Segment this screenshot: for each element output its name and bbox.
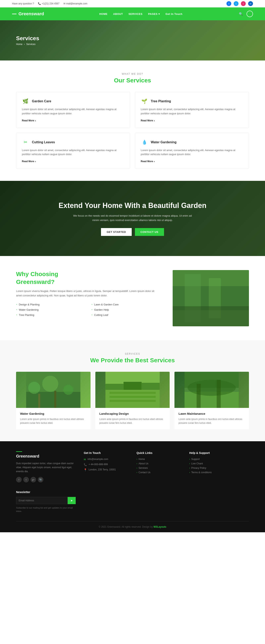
hero-content: Services Home › Services [16, 35, 265, 46]
footer-top: Greensward Duis imperdiet sapien tortor,… [16, 451, 249, 522]
footer-address: London, 235 Terry, 10001 [88, 468, 116, 471]
best-services-subtitle: SERVICES [16, 352, 249, 355]
landscaping-image [95, 372, 170, 408]
why-feature-3: Garden Help [91, 308, 161, 312]
service-card-garden-care: 🌿 Garden Care Lorem ipsum dolor sit amet… [16, 92, 130, 128]
search-icon[interactable]: 🔍 [238, 11, 244, 17]
footer-facebook-icon[interactable]: f [16, 477, 22, 482]
contact-us-button[interactable]: CONTACT US [135, 228, 164, 236]
why-title: Why Choosing Greensward? [16, 270, 161, 286]
footer-help-list: Support Live Chant Privacy Policy Terms … [189, 458, 249, 474]
hero-title: Services [16, 35, 265, 42]
tree-planting-readmore[interactable]: Read More [141, 119, 155, 122]
services-section: WHAT WE DO? Our Services 🌿 Garden Care L… [0, 60, 265, 181]
breadcrumb-current: Services [26, 43, 35, 46]
cta-buttons: GET STARTED CONTACT US [16, 228, 249, 236]
footer-bottom-link[interactable]: W3Layouts [153, 526, 166, 528]
nav-about[interactable]: ABOUT [113, 12, 123, 16]
breadcrumb: Home › Services [16, 43, 265, 46]
footer-link-contact: Contact Us [137, 471, 181, 474]
facebook-icon[interactable]: f [227, 1, 231, 6]
svg-rect-6 [26, 392, 80, 408]
svg-rect-14 [105, 384, 123, 390]
best-services-title: We Provide the Best Services [16, 357, 249, 364]
nav-contact[interactable]: Get In Touch [165, 12, 182, 16]
lawn-body: Lawn Maintanance Lorem ante ipsum primis… [174, 408, 249, 429]
twitter-icon[interactable]: t [234, 1, 239, 6]
cutting-leaves-desc: Lorem ipsum dolor sit amet, consectetur … [22, 148, 124, 157]
footer-link-home: Home [137, 458, 181, 460]
why-feature-5: Cutting Leaf [91, 313, 161, 317]
footer-phone-item: 📞 + 44-000-888-999 [84, 463, 128, 466]
why-feature-0: Design & Planting [16, 302, 85, 306]
newsletter-submit-button[interactable]: ➤ [68, 497, 76, 504]
lawn-image [174, 372, 249, 408]
landscaping-card-desc: Lorem ante ipsum primis in faucibus orci… [99, 417, 166, 425]
footer-contact-col: Get In Touch ✉ info@example.com 📞 + 44-0… [84, 451, 128, 482]
svg-point-7 [28, 382, 40, 394]
footer-link-contact-anchor[interactable]: Contact Us [137, 471, 181, 474]
get-started-button[interactable]: GET STARTED [101, 228, 131, 236]
footer-help-terms-anchor[interactable]: Terms & conditions [189, 471, 249, 474]
footer-brand-bar [16, 451, 22, 452]
nav-pages[interactable]: PAGES ▾ [148, 12, 160, 16]
water-gardening-readmore[interactable]: Read More [141, 160, 155, 163]
footer-link-services: Services [137, 466, 181, 470]
footer-twitter-icon[interactable]: t [23, 477, 29, 482]
brand-logo[interactable]: Greensward [12, 11, 44, 16]
water-gardening-card-title: Water Gardening [20, 412, 86, 415]
footer-help-title: Help & Support [189, 451, 249, 454]
svg-rect-4 [173, 306, 249, 326]
services-title: Our Services [16, 77, 249, 84]
footer-link-home-anchor[interactable]: Home [137, 458, 181, 460]
landscaping-body: Landscaping Design Lorem ante ipsum prim… [95, 408, 170, 429]
email-text: ✉ mail@example.com [63, 2, 87, 5]
footer-phone: + 44-000-888-999 [88, 463, 108, 466]
footer-help-livechat-anchor[interactable]: Live Chant [189, 462, 249, 465]
footer-quicklinks-col: Quick Links Home About Us Services Conta… [137, 451, 181, 482]
footer-link-about-anchor[interactable]: About Us [137, 462, 181, 465]
cutting-leaves-readmore[interactable]: Read More [22, 160, 36, 163]
nav-services[interactable]: SERVICES [128, 12, 143, 16]
svg-point-8 [42, 376, 58, 392]
top-bar: Have any question ? 📞 +1(21) 234 4567 ✉ … [0, 0, 265, 8]
footer-email: info@example.com [87, 458, 108, 460]
question-text: Have any question ? [12, 2, 34, 5]
footer-newsletter-col: Newsletter ➤ Subscribe to our mailing li… [16, 490, 76, 513]
service-card-water-gardening: 💧 Water Gardening Lorem ipsum dolor sit … [135, 133, 249, 169]
garden-care-title: Garden Care [32, 100, 51, 103]
footer-link-about: About Us [137, 462, 181, 465]
footer-instagram-icon[interactable]: 📷 [38, 477, 43, 482]
service-card-cutting-leaves: ✂ Cutting Leaves Lorem ipsum dolor sit a… [16, 133, 130, 169]
instagram-icon[interactable]: i [241, 1, 246, 6]
garden-care-readmore[interactable]: Read More [22, 119, 36, 122]
service-item-lawn: Lawn Maintanance Lorem ante ipsum primis… [174, 372, 249, 429]
service-item-landscaping: Landscaping Design Lorem ante ipsum prim… [95, 372, 170, 429]
footer-contact-title: Get In Touch [84, 451, 128, 454]
cutting-leaves-icon: ✂ [22, 139, 29, 146]
footer-help-privacy-anchor[interactable]: Privacy Policy [189, 466, 249, 470]
linkedin-icon[interactable]: in [248, 1, 253, 6]
why-section: Why Choosing Greensward? Lorem ipsum viv… [0, 256, 265, 340]
service-item-water: Water Gardening Lorem ante ipsum primis … [16, 372, 91, 429]
services-grid: 🌿 Garden Care Lorem ipsum dolor sit amet… [16, 92, 249, 169]
breadcrumb-home[interactable]: Home [16, 43, 22, 46]
footer-help-col: Help & Support Support Live Chant Privac… [189, 451, 249, 482]
footer-quicklinks-list: Home About Us Services Contact Us [137, 458, 181, 474]
footer-address-item: 📍 London, 235 Terry, 10001 [84, 468, 128, 472]
footer-bottom: © 2021 Greensward. All rights reserved. … [16, 522, 249, 528]
phone-contact-icon: 📞 [84, 463, 87, 466]
why-desc: Lorem ipsum viverra feugiat. Pellen tesq… [16, 289, 161, 298]
footer-help-terms: Terms & conditions [189, 471, 249, 474]
newsletter-email-input[interactable] [16, 497, 68, 504]
footer-help-support-anchor[interactable]: Support [189, 458, 249, 460]
navbar: Greensward HOME ABOUT SERVICES PAGES ▾ G… [0, 8, 265, 20]
theme-toggle[interactable] [247, 11, 253, 17]
water-gardening-card-desc: Lorem ante ipsum primis in faucibus orci… [20, 417, 86, 425]
cta-banner: Extend Your Home With a Beautiful Garden… [0, 181, 265, 256]
footer-gplus-icon[interactable]: g+ [30, 477, 36, 482]
nav-home[interactable]: HOME [99, 12, 107, 16]
svg-point-24 [188, 380, 236, 396]
tree-planting-title: Tree Planting [151, 100, 171, 103]
footer-link-services-anchor[interactable]: Services [137, 466, 181, 470]
